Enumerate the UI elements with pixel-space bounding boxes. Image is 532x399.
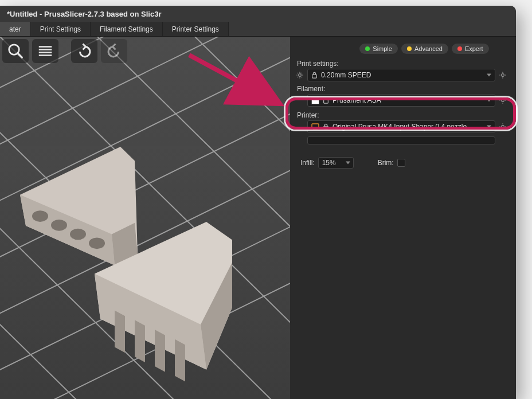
titlebar: *Untitled - PrusaSlicer-2.7.3 based on S… [0, 6, 516, 22]
svg-rect-49 [324, 100, 328, 103]
mode-simple[interactable]: Simple [359, 44, 398, 54]
zoom-button[interactable] [2, 39, 29, 63]
svg-line-29 [18, 53, 22, 58]
workspace: Simple Advanced Expert Print settings: [0, 37, 516, 399]
printer-select[interactable]: Original Prusa MK4 Input Shaper 0.4 nozz… [307, 120, 495, 133]
printer-config[interactable] [498, 122, 508, 132]
layers-button[interactable] [32, 39, 58, 63]
svg-marker-27 [175, 339, 185, 382]
printer-icon [311, 123, 319, 131]
undo-button[interactable] [71, 39, 97, 63]
mode-advanced[interactable]: Advanced [401, 44, 448, 54]
quick-options-row: Infill: 15% Brim: [300, 157, 508, 169]
filament-color-swatch [311, 97, 319, 104]
printer-sub-select[interactable] [307, 136, 495, 144]
print-settings-config[interactable] [498, 70, 508, 80]
svg-marker-25 [135, 320, 145, 362]
infill-value: 15% [322, 159, 336, 167]
3d-viewport[interactable] [0, 37, 290, 399]
svg-point-19 [70, 229, 86, 240]
tab-plater[interactable]: ater [0, 22, 31, 36]
gear-icon [499, 96, 507, 104]
printer-label: Printer: [297, 111, 508, 119]
window-title: *Untitled - PrusaSlicer-2.7.3 based on S… [7, 10, 161, 18]
svg-point-50 [502, 99, 504, 102]
print-settings-gear[interactable] [295, 70, 305, 80]
gear-icon [499, 71, 507, 79]
print-settings-value: 0.20mm SPEED [321, 71, 371, 79]
brim-checkbox[interactable] [397, 159, 405, 167]
svg-marker-26 [155, 330, 165, 372]
svg-point-58 [502, 126, 504, 128]
build-plate-grid [0, 37, 290, 399]
gear-icon [499, 123, 507, 131]
undo-icon [76, 42, 93, 60]
lock-icon [323, 123, 329, 130]
svg-point-20 [89, 237, 105, 249]
tab-print-settings[interactable]: Print Settings [31, 22, 91, 36]
dot-icon [457, 46, 462, 51]
filament-value: Prusament ASA [332, 96, 381, 104]
svg-rect-57 [324, 126, 328, 130]
tab-filament-settings[interactable]: Filament Settings [91, 22, 163, 36]
infill-select[interactable]: 15% [318, 157, 354, 169]
brim-label: Brim: [378, 159, 394, 167]
print-settings-label: Print settings: [297, 60, 508, 68]
mode-expert[interactable]: Expert [452, 44, 489, 54]
redo-button[interactable] [101, 39, 127, 63]
svg-point-18 [51, 220, 67, 231]
filament-label: Filament: [297, 85, 508, 93]
svg-point-34 [299, 74, 302, 77]
lock-icon [323, 97, 329, 104]
svg-marker-24 [115, 310, 125, 353]
mode-selector: Simple Advanced Expert [341, 44, 508, 54]
main-tabs: ater Print Settings Filament Settings Pr… [0, 22, 516, 37]
svg-rect-43 [312, 75, 317, 78]
printer-value: Original Prusa MK4 Input Shaper 0.4 nozz… [332, 123, 467, 131]
infill-label: Infill: [300, 159, 315, 167]
layers-icon [37, 42, 54, 60]
svg-point-44 [502, 74, 504, 77]
filament-config[interactable] [498, 95, 508, 105]
filament-select[interactable]: Prusament ASA [307, 94, 495, 107]
magnifier-icon [7, 42, 24, 60]
print-settings-select[interactable]: 0.20mm SPEED [307, 69, 495, 81]
dot-icon [365, 46, 370, 51]
svg-rect-56 [313, 127, 318, 130]
tab-printer-settings[interactable]: Printer Settings [163, 22, 229, 36]
dot-icon [407, 46, 412, 51]
svg-line-41 [298, 77, 298, 77]
svg-line-40 [302, 77, 302, 77]
lock-icon [311, 72, 318, 79]
svg-line-39 [298, 73, 298, 73]
viewport-toolbar [2, 39, 127, 63]
redo-icon [105, 42, 123, 60]
gear-icon [296, 71, 304, 79]
svg-point-17 [32, 210, 48, 222]
svg-line-42 [302, 73, 302, 73]
settings-sidebar: Simple Advanced Expert Print settings: [290, 37, 516, 399]
app-window: *Untitled - PrusaSlicer-2.7.3 based on S… [0, 6, 516, 399]
